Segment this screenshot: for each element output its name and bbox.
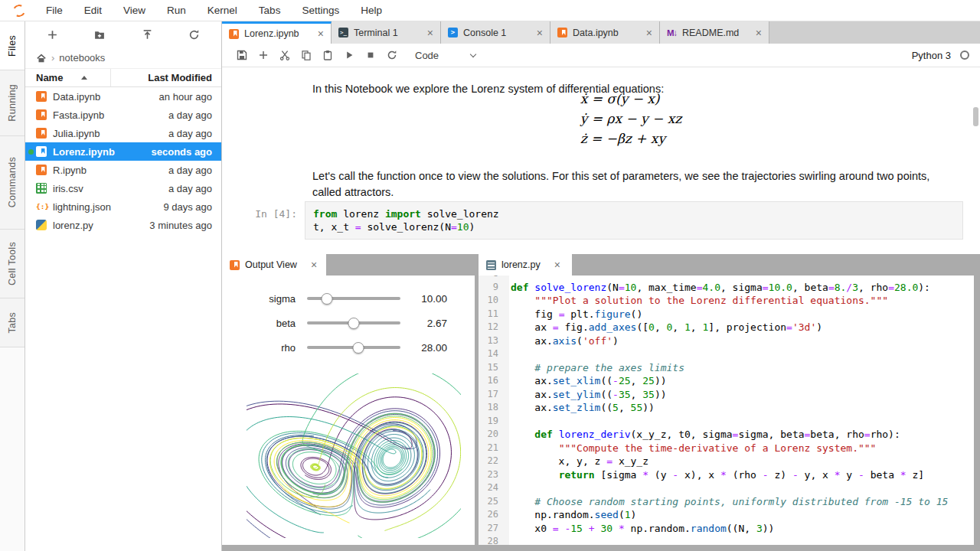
kernel-status-icon (960, 51, 969, 60)
jupyterlab-window: FileEditViewRunKernelTabsSettingsHelp Fi… (0, 0, 980, 551)
slider-track[interactable] (307, 342, 400, 354)
line-number: 16 (479, 374, 504, 388)
breadcrumb: notebooks (25, 47, 221, 68)
save-button[interactable] (231, 45, 253, 65)
menu-item[interactable]: Edit (74, 5, 113, 16)
main-dock-area: Lorenz.ipynb Terminal 1 Console 1 (222, 21, 980, 551)
line-code: ax.set_xlim((-25, 25)) (504, 374, 667, 388)
tab-close-icon[interactable] (535, 27, 544, 39)
menu-item[interactable]: Help (350, 5, 393, 16)
breadcrumb-separator-icon (47, 52, 59, 64)
slider-handle[interactable] (348, 318, 360, 329)
kernel-indicator: Python 3 (912, 50, 980, 61)
code-cell-editor[interactable]: from lorenz import solve_lorenzt, x_t = … (305, 201, 963, 240)
column-header-modified[interactable]: Last Modified (111, 72, 221, 83)
file-modified: seconds ago (152, 146, 221, 158)
copy-cells-button[interactable] (296, 45, 317, 65)
widget-sliders: sigma 10.00 beta (222, 276, 475, 360)
main-tab[interactable]: Console 1 (441, 21, 550, 44)
code-editor[interactable]: 8 9 def solve_lorenz(N=10, max_time=4.0,… (479, 276, 974, 545)
refresh-button[interactable] (187, 28, 201, 42)
sidebar-tab-label: Cell Tools (7, 242, 18, 285)
file-row[interactable]: iris.csv a day ago (25, 179, 221, 197)
output-view-tab[interactable]: Output View (222, 254, 326, 276)
main-tab[interactable]: Terminal 1 (332, 21, 441, 44)
sort-ascending-icon (81, 76, 87, 80)
tab-file-icon (448, 28, 458, 37)
menu-bar: FileEditViewRunKernelTabsSettingsHelp (0, 0, 980, 21)
file-type-icon (36, 201, 47, 212)
slider-handle[interactable] (321, 293, 332, 305)
file-modified: a day ago (168, 183, 221, 194)
main-tab[interactable]: Data.ipynb (550, 21, 660, 44)
slider-track[interactable] (307, 293, 400, 305)
code-line: t, x_t = solve_lorenz(N=10) (313, 220, 955, 233)
line-code: """Plot a solution to the Lorenz differe… (504, 294, 888, 308)
tab-label: README.md (682, 28, 754, 38)
sidebar-tab[interactable]: Cell Tools (0, 230, 24, 298)
notebook-scrollbar-thumb[interactable] (973, 107, 978, 126)
tab-close-icon[interactable] (316, 28, 325, 40)
run-cell-button[interactable] (338, 45, 360, 65)
upload-button[interactable] (140, 28, 155, 42)
sidebar-tab[interactable]: Tabs (0, 298, 24, 347)
tab-close-icon[interactable] (754, 27, 763, 39)
kernel-name[interactable]: Python 3 (912, 50, 951, 61)
restart-kernel-button[interactable] (381, 45, 403, 65)
paste-cells-button[interactable] (317, 45, 338, 65)
tab-close-icon[interactable] (553, 259, 562, 271)
line-code: ax.set_ylim((-35, 35)) (504, 388, 667, 402)
new-launcher-button[interactable] (45, 28, 60, 42)
chevron-down-icon (470, 51, 476, 57)
menu-item[interactable]: Tabs (248, 5, 292, 16)
equation-line: ẋ = σ(y − x) (580, 89, 682, 109)
sidebar-tab-label: Running (7, 84, 18, 122)
sidebar-tab[interactable]: Running (0, 70, 24, 136)
main-tab[interactable]: README.md (660, 21, 769, 44)
tab-close-icon[interactable] (426, 27, 435, 39)
file-row[interactable]: R.ipynb a day ago (25, 161, 221, 179)
tab-close-icon[interactable] (645, 27, 654, 39)
main-tab[interactable]: Lorenz.ipynb (222, 21, 332, 44)
main-tab-bar: Lorenz.ipynb Terminal 1 Console 1 (222, 21, 980, 44)
sidebar-tab[interactable]: Files (0, 21, 24, 70)
menu-item[interactable]: Kernel (197, 5, 248, 16)
file-row[interactable]: Data.ipynb an hour ago (25, 87, 221, 106)
cell-type-dropdown[interactable]: Code (415, 50, 475, 61)
file-row[interactable]: lorenz.py 3 minutes ago (25, 216, 221, 234)
column-header-name[interactable]: Name (25, 69, 111, 86)
menu-item[interactable]: Settings (291, 5, 350, 16)
file-row[interactable]: Fasta.ipynb a day ago (25, 106, 221, 124)
file-row[interactable]: Julia.ipynb a day ago (25, 124, 221, 142)
line-number: 23 (479, 468, 504, 482)
menu-item[interactable]: File (35, 5, 74, 16)
slider-track[interactable] (307, 318, 400, 329)
kernel-running-dot (28, 149, 34, 155)
new-folder-button[interactable] (92, 28, 107, 42)
menu-items: FileEditViewRunKernelTabsSettingsHelp (35, 0, 393, 21)
slider-value: 10.00 (400, 293, 447, 305)
slider-handle[interactable] (353, 342, 364, 354)
sidebar-tab[interactable]: Commands (0, 136, 24, 230)
file-name: lorenz.py (53, 220, 149, 231)
tab-file-icon (229, 29, 239, 39)
file-modified: a day ago (168, 165, 221, 176)
sidebar-tab-label: Commands (7, 157, 18, 207)
cut-cells-button[interactable] (274, 45, 296, 65)
insert-cell-button[interactable] (253, 45, 274, 65)
home-icon[interactable] (36, 53, 47, 64)
markdown-paragraph: Let's call the function once to view the… (312, 168, 948, 201)
file-row[interactable]: lightning.json 9 days ago (25, 197, 221, 216)
file-modified: 3 minutes ago (149, 220, 221, 231)
tab-close-icon[interactable] (309, 259, 318, 271)
breadcrumb-folder[interactable]: notebooks (59, 52, 105, 64)
file-list-header: Name Last Modified (25, 68, 221, 87)
editor-line: 23 return [sigma * (y - x), x * (rho - z… (479, 468, 974, 482)
file-row[interactable]: Lorenz.ipynb seconds ago (25, 142, 221, 161)
editor-line: 18 ax.set_zlim((5, 55)) (479, 401, 974, 415)
editor-line: 9 def solve_lorenz(N=10, max_time=4.0, s… (479, 281, 974, 295)
interrupt-kernel-button[interactable] (360, 45, 381, 65)
menu-item[interactable]: View (113, 5, 156, 16)
menu-item[interactable]: Run (156, 5, 197, 16)
editor-tab-lorenz-py[interactable]: lorenz.py (479, 254, 572, 276)
